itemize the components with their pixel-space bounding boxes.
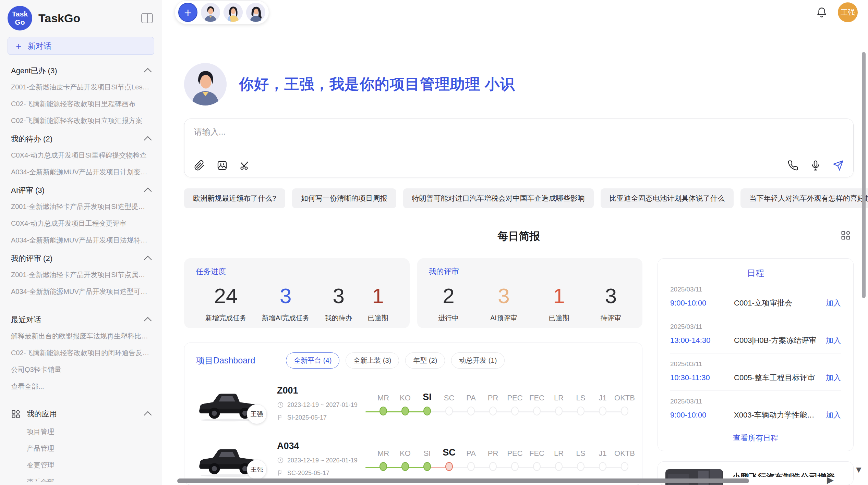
user-avatar[interactable]: 王强 bbox=[838, 2, 858, 22]
app-item-product-mgmt[interactable]: 产品管理 bbox=[0, 440, 162, 457]
sidebar-item[interactable]: C02-飞腾新能源轻客改款项目里程碑画布 bbox=[0, 96, 162, 112]
notification-bell-icon[interactable] bbox=[816, 7, 828, 18]
sidebar-item[interactable]: C0X4-动力总成开发项目工程变更评审 bbox=[0, 215, 162, 232]
app-item-change-mgmt[interactable]: 变更管理 bbox=[0, 457, 162, 474]
add-agent-button[interactable]: ＋ bbox=[178, 3, 197, 22]
scissors-icon[interactable] bbox=[239, 160, 250, 171]
recent-chat-item[interactable]: 解释最新出台的欧盟报废车法规再生塑料比例被调至15%... bbox=[0, 328, 162, 345]
vertical-scrollbar[interactable] bbox=[862, 52, 866, 298]
sidebar-item[interactable]: C02-飞腾新能源轻客改款项目立项汇报方案 bbox=[0, 112, 162, 129]
daily-brief-title: 每日简报 bbox=[498, 229, 540, 244]
section-agent-done[interactable]: Agent已办 (3) bbox=[0, 61, 162, 79]
sidebar-item[interactable]: Z001-全新燃油轻卡产品开发项目SI造型提交物评审 bbox=[0, 198, 162, 215]
chevron-up-icon[interactable] bbox=[144, 256, 152, 264]
suggestion-chip[interactable]: 比亚迪全固态电池计划具体说了什么 bbox=[601, 188, 734, 208]
task-progress-card: 任务进度 24 新增完成任务 3 新增AI完成任务 bbox=[184, 258, 410, 328]
project-car-image: 王强 bbox=[196, 382, 261, 424]
sidebar-item[interactable]: A034-全新新能源MUV产品开发项目法规符合性评审 bbox=[0, 232, 162, 249]
scroll-down-arrow[interactable]: ▼ bbox=[854, 465, 863, 474]
join-link[interactable]: 加入 bbox=[826, 373, 841, 383]
sidebar-item[interactable]: Z001-全新燃油轻卡产品开发项目SI节点属性5D文件评审 bbox=[0, 266, 162, 283]
card-title: 任务进度 bbox=[196, 266, 398, 277]
recent-chat-item[interactable]: 公司Q3轻卡销量 bbox=[0, 361, 162, 378]
stat-item: 3 新增AI完成任务 bbox=[262, 284, 310, 323]
sidebar-collapse-icon[interactable] bbox=[141, 13, 153, 23]
project-flag-note: SI-2025-05-17 bbox=[277, 414, 363, 421]
schedule-time: 10:30-11:30 bbox=[670, 373, 725, 382]
milestone-track: MR KO SI SC PA PR PEC FEC LR LS J1 bbox=[372, 446, 636, 471]
filter-all-new-platform[interactable]: 全新平台 (4) bbox=[286, 352, 339, 369]
app-item-project-mgmt[interactable]: 项目管理 bbox=[0, 423, 162, 440]
section-recent-chats[interactable]: 最近对话 bbox=[0, 310, 162, 328]
join-link[interactable]: 加入 bbox=[826, 298, 841, 308]
stat-item: 24 新增完成任务 bbox=[205, 284, 246, 323]
daily-brief-header: 每日简报 bbox=[184, 228, 854, 245]
project-code[interactable]: Z001 bbox=[277, 385, 363, 396]
send-icon[interactable] bbox=[833, 160, 844, 171]
phone-icon[interactable] bbox=[787, 160, 798, 171]
join-link[interactable]: 加入 bbox=[826, 410, 841, 420]
suggestion-chip[interactable]: 欧洲新规最近颁布了什么? bbox=[184, 188, 285, 208]
flag-icon bbox=[277, 470, 284, 476]
sidebar-item[interactable]: A034-全新新能源MUV产品开发项目计划变更表编写 bbox=[0, 164, 162, 181]
filter-year-model[interactable]: 年型 (2) bbox=[405, 352, 445, 369]
recent-view-all[interactable]: 查看全部... bbox=[0, 378, 162, 395]
new-chat-button[interactable]: ＋ 新对话 bbox=[8, 37, 154, 55]
scroll-right-arrow[interactable]: ▶ bbox=[827, 475, 834, 484]
filter-new-body[interactable]: 全新上装 (3) bbox=[346, 352, 399, 369]
schedule-time: 9:00-10:00 bbox=[670, 411, 725, 420]
suggestion-chip[interactable]: 当下年轻人对汽车外观有怎样的喜好趋势 bbox=[740, 188, 868, 208]
main-area: ＋ 王强 bbox=[162, 0, 868, 485]
stat-item: 1 已逾期 bbox=[548, 284, 569, 323]
project-dashboard-header: 项目Dashboard 全新平台 (4) 全新上装 (3) 年型 (2) 动总开… bbox=[196, 352, 630, 369]
recent-chat-item[interactable]: C02-飞腾新能源轻客改款项目的闭环通告反馈情况 bbox=[0, 345, 162, 361]
logo-line2: Go bbox=[15, 18, 25, 26]
my-review-card: 我的评审 2 进行中 3 AI预评审 bbox=[417, 258, 643, 328]
chat-input[interactable] bbox=[194, 126, 844, 160]
stat-item: 3 我的待办 bbox=[325, 284, 352, 323]
chevron-up-icon[interactable] bbox=[144, 317, 152, 325]
content: 你好，王强，我是你的项目管理助理 小识 bbox=[162, 25, 868, 485]
microphone-icon[interactable] bbox=[810, 160, 821, 171]
suggestion-chips: 欧洲新规最近颁布了什么? 如何写一份清晰的项目周报 特朗普可能对进口汽车增税会对… bbox=[184, 188, 854, 208]
paperclip-icon[interactable] bbox=[194, 160, 205, 171]
schedule-name: C001-立项审批会 bbox=[734, 298, 819, 308]
filter-powertrain[interactable]: 动总开发 (1) bbox=[451, 352, 505, 369]
agent-avatar[interactable] bbox=[246, 3, 265, 22]
project-dashboard-card: 项目Dashboard 全新平台 (4) 全新上装 (3) 年型 (2) 动总开… bbox=[184, 343, 642, 485]
horizontal-scrollbar[interactable] bbox=[177, 478, 749, 483]
schedule-name: C005-整车工程目标评审 bbox=[734, 373, 819, 383]
schedule-name: C003|H0B-方案冻结评审 bbox=[734, 335, 819, 346]
image-icon[interactable] bbox=[217, 160, 228, 171]
schedule-item: 2025/03/11 9:00-10:00 C001-立项审批会 加入 bbox=[670, 279, 841, 316]
section-my-todo[interactable]: 我的待办 (2) bbox=[0, 129, 162, 147]
sidebar-item[interactable]: A034-全新新能源MUV产品开发项目造型可行性评审 bbox=[0, 283, 162, 300]
join-link[interactable]: 加入 bbox=[826, 335, 841, 346]
clock-icon bbox=[277, 401, 284, 408]
project-code[interactable]: A034 bbox=[277, 441, 363, 451]
schedule-date: 2025/03/11 bbox=[670, 323, 841, 331]
sidebar-item[interactable]: C0X4-动力总成开发项目SI里程碑提交物检查 bbox=[0, 147, 162, 164]
view-all-schedule-link[interactable]: 查看所有日程 bbox=[670, 433, 841, 443]
chevron-up-icon[interactable] bbox=[144, 68, 152, 76]
milestone-line-done bbox=[365, 467, 427, 468]
chevron-up-icon[interactable] bbox=[144, 136, 152, 144]
new-chat-label: 新对话 bbox=[28, 41, 51, 51]
section-ai-review[interactable]: AI评审 (3) bbox=[0, 181, 162, 198]
sidebar-item[interactable]: Z001-全新燃油皮卡产品开发项目SI节点Lesson Learn报告 bbox=[0, 79, 162, 96]
agent-avatar[interactable] bbox=[224, 3, 243, 22]
schedule-item: 2025/03/11 13:00-14:30 C003|H0B-方案冻结评审 加… bbox=[670, 316, 841, 353]
plus-icon: ＋ bbox=[14, 40, 23, 52]
apps-view-all[interactable]: 查看全部... bbox=[0, 474, 162, 482]
suggestion-chip[interactable]: 如何写一份清晰的项目周报 bbox=[292, 188, 396, 208]
chevron-up-icon[interactable] bbox=[144, 188, 152, 196]
sidebar-item-my-apps[interactable]: 我的应用 bbox=[0, 405, 162, 423]
project-row-z001: 王强 Z001 2023-12- bbox=[196, 382, 630, 424]
app-logo: Task Go bbox=[8, 6, 32, 30]
stats-row: 任务进度 24 新增完成任务 3 新增AI完成任务 bbox=[184, 258, 642, 328]
section-my-review[interactable]: 我的评审 (2) bbox=[0, 249, 162, 266]
layout-grid-icon[interactable] bbox=[840, 229, 852, 241]
suggestion-chip[interactable]: 特朗普可能对进口汽车增税会对中国车企造成哪些影响 bbox=[403, 188, 594, 208]
right-column: 日程 2025/03/11 9:00-10:00 C001-立项审批会 加入 2… bbox=[658, 258, 854, 485]
agent-avatar[interactable] bbox=[201, 3, 220, 22]
